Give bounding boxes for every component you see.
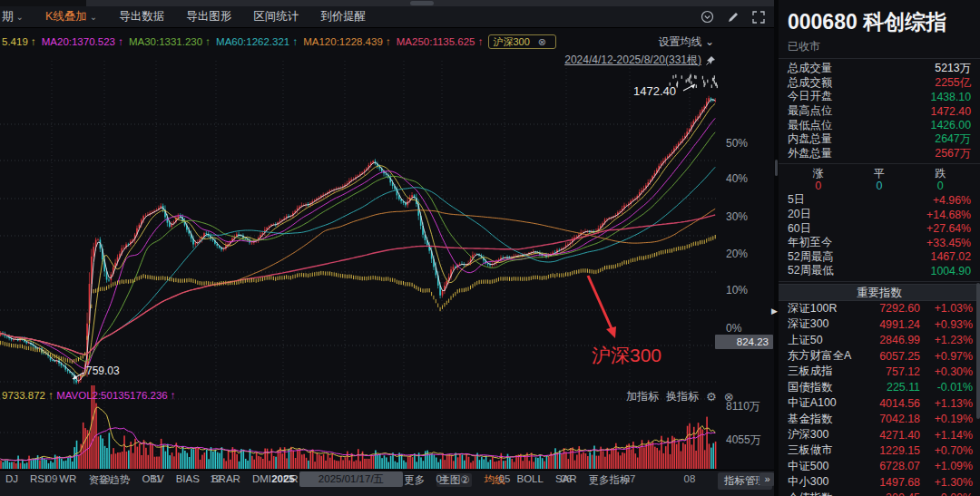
index-list: 深证100R7292.60+1.03% 深证3004991.24+0.93% 上… — [779, 301, 980, 496]
close-icon[interactable]: ⊗ — [538, 36, 546, 47]
y-axis-label: 10% — [726, 284, 748, 297]
export-data-button[interactable]: 导出数据 — [119, 9, 164, 24]
index-pct: +0.19% — [920, 413, 973, 425]
perf-label: 5日 — [788, 192, 805, 208]
index-row[interactable]: 中证5006728.07+1.09% — [779, 459, 980, 474]
stat-label: 总成交量 — [788, 61, 832, 76]
index-row[interactable]: 三板成指757.12+0.30% — [779, 364, 980, 379]
stat-label: 总成交额 — [788, 75, 832, 91]
window-tab-handle[interactable] — [410, 1, 434, 5]
ma30-value: MA30:1331.230 ↑ — [129, 36, 211, 47]
pen-icon[interactable] — [727, 11, 740, 24]
gear-icon[interactable]: ⚙ — [706, 390, 717, 404]
svg-text:沪深300: 沪深300 — [592, 345, 662, 365]
perf-row: 年初至今+33.45% — [779, 236, 980, 250]
x-axis-label: 09 — [46, 473, 58, 484]
index-value: 225.11 — [862, 381, 920, 394]
x-axis-label: 11 — [151, 473, 162, 484]
overlay-tag-hs300[interactable]: 沪深300⊗ — [488, 34, 556, 49]
x-axis-label: 06 — [561, 473, 573, 484]
stat-row: 外盘总量2567万 — [779, 147, 980, 161]
perf-value: 1467.02 — [931, 250, 971, 263]
y-axis-label: 20% — [726, 248, 748, 260]
range-stats-button[interactable]: 区间统计 — [253, 9, 299, 24]
index-row[interactable]: 深证3004991.24+0.93% — [779, 316, 980, 332]
pane-divider[interactable]: ▶ — [774, 0, 779, 496]
index-pct: +1.03% — [920, 302, 973, 315]
switch-indicator-button[interactable]: 换指标 — [666, 389, 699, 404]
stock-title: 000680 科创综指 — [779, 0, 980, 36]
x-axis-label: 08 — [684, 473, 696, 484]
perf-label: 20日 — [788, 207, 811, 222]
export-image-button[interactable]: 导出图形 — [186, 9, 231, 24]
index-row[interactable]: 中小3001497.68+1.30% — [779, 474, 980, 490]
panel-scrollbar[interactable] — [976, 283, 980, 419]
decline-count: 0 — [910, 180, 971, 193]
date-range-link[interactable]: 2024/4/12-2025/8/20(331根) — [564, 53, 716, 68]
perf-row: 5日+4.96% — [779, 193, 980, 208]
divider-arrow-icon: ▶ — [771, 306, 778, 316]
candlestick-chart[interactable]: 1472.40759.03沪深300 — [0, 61, 719, 385]
index-pct: +0.97% — [920, 350, 973, 363]
index-row[interactable]: 沪深3004271.40+1.14% — [779, 427, 980, 443]
collapse-circle-icon[interactable] — [701, 10, 714, 24]
y-axis-label: 30% — [726, 210, 748, 223]
index-row[interactable]: 中证A1004014.56+1.13% — [779, 395, 980, 411]
volume-axis-label: 4055万 — [726, 433, 761, 448]
scroll-right-button[interactable]: » — [760, 472, 775, 486]
index-row[interactable]: 国债指数225.11-0.01% — [779, 380, 980, 395]
perf-value: +4.96% — [933, 194, 971, 207]
important-indices-header: 重要指数 — [779, 284, 980, 301]
perf-label: 52周最高 — [788, 249, 834, 265]
perf-row: 20日+14.68% — [779, 208, 980, 222]
index-name: 三板做市 — [788, 443, 862, 458]
ma20-value: MA20:1370.523 ↑ — [42, 36, 123, 47]
chart-toolbar: 期⌄ K线叠加⌄ 导出数据 导出图形 区间统计 到价提醒 — [0, 6, 776, 28]
quote-panel: 000680 科创综指 已收市 总成交量5213万 总成交额2255亿 今日开盘… — [779, 0, 980, 496]
kline-overlay-dropdown[interactable]: K线叠加⌄ — [45, 9, 97, 24]
index-value: 6728.07 — [862, 460, 920, 472]
index-row[interactable]: 企债指数300.450.00% — [779, 490, 980, 496]
stat-row: 总成交额2255亿 — [779, 76, 980, 91]
ma-legend: 5.419 ↑MA20:1370.523 ↑MA30:1331.230 ↑MA6… — [2, 34, 562, 49]
period-dropdown[interactable]: 期⌄ — [2, 9, 24, 24]
chart-pane: 期⌄ K线叠加⌄ 导出数据 导出图形 区间统计 到价提醒 5.419 ↑MA20… — [0, 6, 776, 496]
flat-count: 0 — [848, 180, 909, 193]
price-alert-button[interactable]: 到价提醒 — [320, 9, 366, 24]
index-row[interactable]: 三板做市1229.15+0.70% — [779, 443, 980, 458]
index-row[interactable]: 基金指数7042.18+0.19% — [779, 411, 980, 426]
index-value: 7292.60 — [862, 302, 920, 315]
ma-settings-dropdown[interactable]: 设置均线 ⌄ — [659, 34, 714, 50]
x-axis-label: 04 — [436, 473, 448, 484]
chevron-down-icon: ⌄ — [16, 14, 24, 21]
index-pct: -0.01% — [920, 381, 973, 394]
kline-overlay-label: K线叠加 — [45, 9, 87, 24]
chart-region: 5.419 ↑MA20:1370.523 ↑MA30:1331.230 ↑MA6… — [0, 29, 776, 496]
index-value: 1229.15 — [862, 444, 920, 457]
stock-name: 科创综指 — [863, 10, 946, 34]
add-indicator-button[interactable]: 加指标 — [626, 389, 659, 404]
ma120-value: MA120:1228.439 ↑ — [303, 36, 391, 47]
fullscreen-icon[interactable] — [752, 11, 765, 24]
index-value: 1497.68 — [862, 476, 920, 489]
advance-header: 涨 — [788, 166, 848, 180]
index-pct: +1.23% — [920, 334, 973, 346]
index-row[interactable]: 上证502846.99+1.23% — [779, 333, 980, 348]
perf-label: 60日 — [788, 221, 811, 237]
mavol1-value: 9733.872 ↑ — [2, 390, 54, 401]
perf-label: 年初至今 — [788, 235, 832, 250]
index-name: 深证300 — [788, 316, 862, 332]
index-name: 中证A100 — [788, 395, 862, 411]
divider-drag-handle[interactable] — [775, 160, 778, 176]
ma10-value: 5.419 ↑ — [2, 36, 36, 47]
flat-col: 平0 — [848, 166, 909, 193]
ma250-value: MA250:1135.625 ↑ — [397, 36, 484, 47]
perf-value: +14.68% — [926, 209, 971, 221]
x-axis-label: 10 — [99, 473, 111, 484]
index-name: 三板成指 — [788, 364, 862, 379]
index-value: 2846.99 — [862, 334, 920, 346]
index-row[interactable]: 深证100R7292.60+1.03% — [779, 301, 980, 316]
stat-label: 最低点位 — [788, 118, 832, 133]
close-pane-icon[interactable]: ⊗ — [724, 390, 734, 404]
index-row[interactable]: 东方财富全A6057.25+0.97% — [779, 348, 980, 364]
